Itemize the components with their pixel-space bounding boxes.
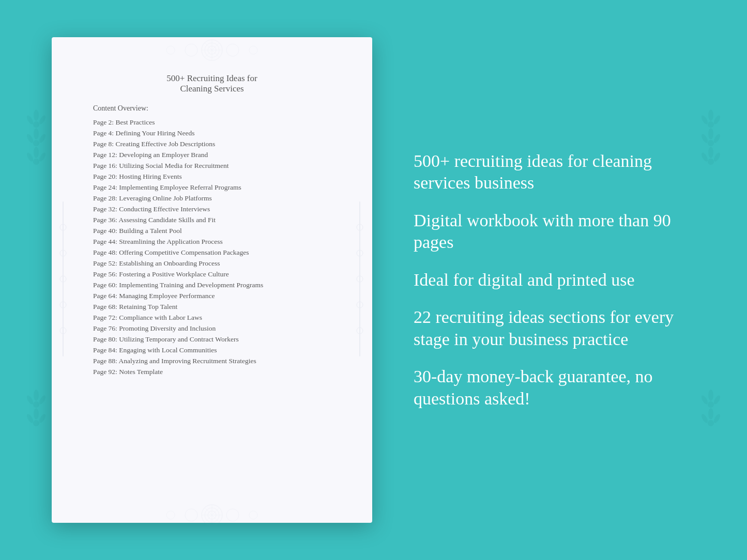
doc-left-decor	[56, 201, 71, 359]
svg-point-58	[185, 509, 197, 521]
toc-list: Page 2: Best PracticesPage 4: Defining Y…	[93, 118, 346, 377]
toc-item: Page 88: Analyzing and Improving Recruit…	[93, 356, 346, 366]
toc-item: Page 12: Developing an Employer Brand	[93, 150, 346, 160]
toc-item: Page 68: Retaining Top Talent	[93, 302, 346, 312]
toc-item: Page 60: Implementing Training and Devel…	[93, 281, 346, 290]
feature-text-4: 30-day money-back guarantee, no question…	[414, 366, 695, 410]
doc-title-line1: 500+ Recruiting Ideas for	[78, 73, 346, 84]
toc-item: Page 44: Streamlining the Application Pr…	[93, 237, 346, 246]
feature-text-1: Digital workbook with more than 90 pages	[414, 210, 695, 254]
feature-text-2: Ideal for digital and printed use	[414, 269, 695, 291]
svg-point-60	[166, 511, 175, 519]
toc-item: Page 36: Assessing Candidate Skills and …	[93, 215, 346, 225]
text-panel: 500+ recruiting ideas for cleaning servi…	[403, 150, 695, 410]
doc-title-line2: Cleaning Services	[78, 84, 346, 94]
toc-item: Page 84: Engaging with Local Communities	[93, 346, 346, 355]
doc-decor-bottom	[160, 497, 264, 523]
svg-point-61	[249, 511, 257, 519]
doc-right-decor	[353, 201, 368, 359]
toc-item: Page 72: Compliance with Labor Laws	[93, 313, 346, 322]
svg-point-48	[226, 44, 239, 56]
toc-item: Page 24: Implementing Employee Referral …	[93, 183, 346, 192]
toc-item: Page 92: Notes Template	[93, 367, 346, 377]
doc-title: 500+ Recruiting Ideas for Cleaning Servi…	[78, 73, 346, 94]
feature-text-0: 500+ recruiting ideas for cleaning servi…	[414, 150, 695, 194]
toc-item: Page 32: Conducting Effective Interviews	[93, 205, 346, 214]
toc-item: Page 28: Leveraging Online Job Platforms	[93, 194, 346, 203]
toc-item: Page 20: Hosting Hiring Events	[93, 172, 346, 181]
toc-item: Page 48: Offering Competitive Compensati…	[93, 248, 346, 257]
toc-item: Page 76: Promoting Diversity and Inclusi…	[93, 324, 346, 333]
doc-decor-top	[160, 37, 264, 63]
toc-item: Page 4: Defining Your Hiring Needs	[93, 129, 346, 138]
feature-text-3: 22 recruiting ideas sections for every s…	[414, 306, 695, 350]
toc-item: Page 16: Utilizing Social Media for Recr…	[93, 161, 346, 170]
svg-point-49	[166, 46, 175, 54]
svg-point-47	[185, 44, 197, 56]
toc-item: Page 40: Building a Talent Pool	[93, 226, 346, 236]
svg-point-50	[249, 46, 257, 54]
toc-item: Page 52: Establishing an Onboarding Proc…	[93, 259, 346, 268]
toc-item: Page 80: Utilizing Temporary and Contrac…	[93, 335, 346, 344]
svg-rect-68	[359, 201, 360, 356]
toc-item: Page 8: Creating Effective Job Descripti…	[93, 139, 346, 149]
svg-rect-62	[63, 201, 64, 356]
content-overview-label: Content Overview:	[93, 104, 346, 113]
svg-point-59	[226, 509, 239, 521]
main-layout: 500+ Recruiting Ideas for Cleaning Servi…	[0, 0, 747, 560]
toc-item: Page 56: Fostering a Positive Workplace …	[93, 270, 346, 279]
document-panel: 500+ Recruiting Ideas for Cleaning Servi…	[52, 37, 372, 523]
toc-item: Page 64: Managing Employee Performance	[93, 291, 346, 301]
toc-item: Page 2: Best Practices	[93, 118, 346, 127]
